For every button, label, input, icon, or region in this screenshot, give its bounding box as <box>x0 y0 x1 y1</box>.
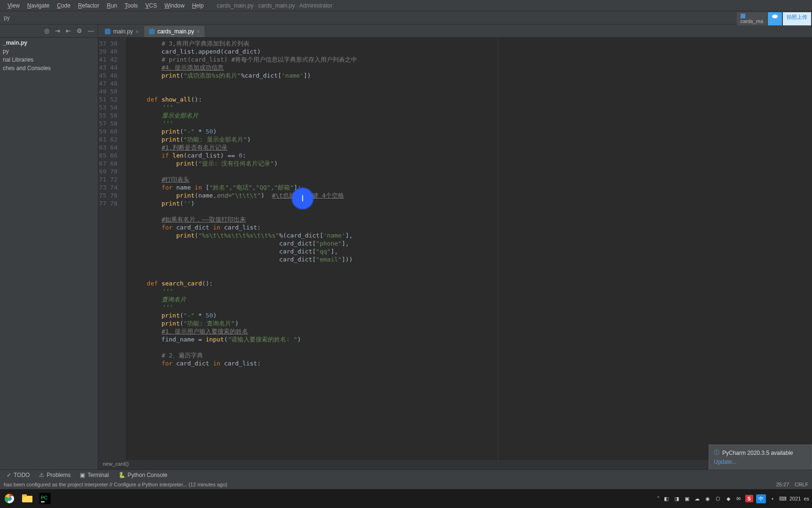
tray-icon[interactable]: ▣ <box>683 495 691 502</box>
upload-badge: cards_ma 拍照上传 <box>737 12 811 25</box>
menu-items: ViewNavigateCodeRefactorRunToolsVCSWindo… <box>4 1 207 10</box>
tray-icon[interactable]: ✉ <box>735 495 742 502</box>
bottom-tabs: ✓TODO⚠Problems▣Terminal🐍Python Console <box>0 469 812 480</box>
svg-point-1 <box>772 15 778 18</box>
statusbar: has been configured as the project inter… <box>0 480 812 489</box>
tray-icon[interactable]: ⬡ <box>714 495 722 502</box>
caret-position[interactable]: 25:27 <box>776 482 789 487</box>
tray-icon[interactable]: ◉ <box>704 495 711 502</box>
tab-label: cards_main.py <box>157 28 194 35</box>
upload-button[interactable]: 拍照上传 <box>783 12 811 25</box>
tab-icon: ▣ <box>80 472 85 478</box>
pycharm-icon[interactable]: PC <box>39 492 52 505</box>
menu-help[interactable]: Help <box>188 1 208 10</box>
svg-rect-6 <box>22 496 32 502</box>
ime-zh[interactable]: 中 <box>756 494 766 503</box>
taskbar: PC ˄ ◧ ◨ ▣ ☁ ◉ ⬡ ◆ ✉ S 中 • ⌨ 2021 es <box>0 489 812 508</box>
status-right: 25:27 CRLF <box>776 482 808 487</box>
right-margin <box>498 38 498 460</box>
tree-item[interactable]: nal Libraries <box>0 56 98 64</box>
svg-text:PC: PC <box>41 495 47 500</box>
tab-icon: ✓ <box>7 472 11 478</box>
line-ending[interactable]: CRLF <box>795 482 808 487</box>
status-more: es <box>804 496 809 501</box>
editor-area: main.py×cards_main.py× 37 38 39 40 41 42… <box>98 24 812 469</box>
ime-dot[interactable]: • <box>769 495 776 502</box>
update-link[interactable]: Update... <box>714 459 807 465</box>
menu-vcs[interactable]: VCS <box>141 1 161 10</box>
svg-rect-0 <box>741 14 745 18</box>
svg-rect-3 <box>149 29 155 34</box>
bottom-tab-terminal[interactable]: ▣Terminal <box>76 471 112 479</box>
code-view[interactable]: 37 38 39 40 41 42 43 44 45 46 47 48 49 5… <box>98 38 812 460</box>
tray-icon[interactable]: ◆ <box>725 495 732 502</box>
tab-label: main.py <box>113 28 133 35</box>
project-toolbar: ◎ ⇥ ⇤ ⚙ — <box>0 24 98 38</box>
hide-icon[interactable]: — <box>88 27 94 34</box>
bottom-tab-python-console[interactable]: 🐍Python Console <box>115 471 172 479</box>
close-icon[interactable]: × <box>136 29 139 34</box>
tree-item[interactable]: _main.py <box>0 39 98 47</box>
menu-code[interactable]: Code <box>53 1 74 10</box>
python-icon <box>149 29 155 34</box>
tray-icon[interactable]: ◨ <box>673 495 680 502</box>
tab-cards_main-py[interactable]: cards_main.py× <box>144 26 204 37</box>
right-file-chip[interactable]: cards_ma <box>737 12 767 25</box>
clock[interactable]: 2021 <box>789 496 801 501</box>
svg-rect-2 <box>105 29 110 34</box>
menu-run[interactable]: Run <box>103 1 121 10</box>
status-message: has been configured as the project inter… <box>4 482 227 487</box>
menu-view[interactable]: View <box>4 1 23 10</box>
project-tree: _main.pypynal Librariesches and Consoles <box>0 38 98 73</box>
python-icon <box>105 29 110 34</box>
code-breadcrumb[interactable]: new_card() <box>98 460 812 469</box>
gear-icon[interactable]: ⚙ <box>77 27 82 34</box>
window-title: cards_main.py · cards_main.py · Administ… <box>217 2 332 9</box>
expand-icon[interactable]: ⇤ <box>66 27 71 34</box>
breadcrumb-bar: py cards_ma 拍照上传 <box>0 11 812 24</box>
tray-icon[interactable]: ☁ <box>694 495 701 502</box>
cursor-highlight: I <box>292 188 313 209</box>
system-tray: ˄ ◧ ◨ ▣ ☁ ◉ ⬡ ◆ ✉ S 中 • ⌨ 2021 es <box>657 494 809 503</box>
tray-icon[interactable]: ◧ <box>663 495 670 502</box>
tray-up-icon[interactable]: ˄ <box>657 496 660 502</box>
project-panel: ◎ ⇥ ⇤ ⚙ — _main.pypynal Librariesches an… <box>0 24 98 469</box>
code-lines[interactable]: # 3,将用户字典添加到名片列表 card_list.append(card_d… <box>126 38 812 460</box>
explorer-icon[interactable] <box>21 492 34 505</box>
menu-window[interactable]: Window <box>161 1 188 10</box>
tab-icon: ⚠ <box>39 472 44 478</box>
cloud-icon[interactable] <box>768 12 782 25</box>
bottom-tab-problems[interactable]: ⚠Problems <box>35 471 74 479</box>
ime-s[interactable]: S <box>745 495 753 502</box>
info-icon: ⓘ <box>714 449 719 457</box>
update-notification: ⓘ PyCharm 2020.3.5 available Update... <box>709 444 812 469</box>
chrome-icon[interactable] <box>3 492 16 505</box>
gutter: 37 38 39 40 41 42 43 44 45 46 47 48 49 5… <box>98 38 126 460</box>
close-icon[interactable]: × <box>197 29 200 34</box>
menu-navigate[interactable]: Navigate <box>23 1 53 10</box>
menubar: ViewNavigateCodeRefactorRunToolsVCSWindo… <box>0 0 812 11</box>
tree-item[interactable]: py <box>0 47 98 56</box>
tree-item[interactable]: ches and Consoles <box>0 64 98 72</box>
main-area: ◎ ⇥ ⇤ ⚙ — _main.pypynal Librariesches an… <box>0 24 812 469</box>
notif-title: ⓘ PyCharm 2020.3.5 available <box>714 449 807 457</box>
svg-rect-10 <box>41 501 45 502</box>
menu-tools[interactable]: Tools <box>121 1 141 10</box>
bottom-tab-todo[interactable]: ✓TODO <box>3 471 33 479</box>
target-icon[interactable]: ◎ <box>44 27 49 34</box>
ime-keyboard-icon[interactable]: ⌨ <box>779 495 787 502</box>
svg-rect-7 <box>22 494 27 497</box>
breadcrumb: py <box>0 15 14 21</box>
editor-tabs: main.py×cards_main.py× <box>98 24 812 38</box>
tab-icon: 🐍 <box>118 472 125 478</box>
tab-main-py[interactable]: main.py× <box>100 26 143 37</box>
collapse-icon[interactable]: ⇥ <box>55 27 60 34</box>
menu-refactor[interactable]: Refactor <box>74 1 103 10</box>
